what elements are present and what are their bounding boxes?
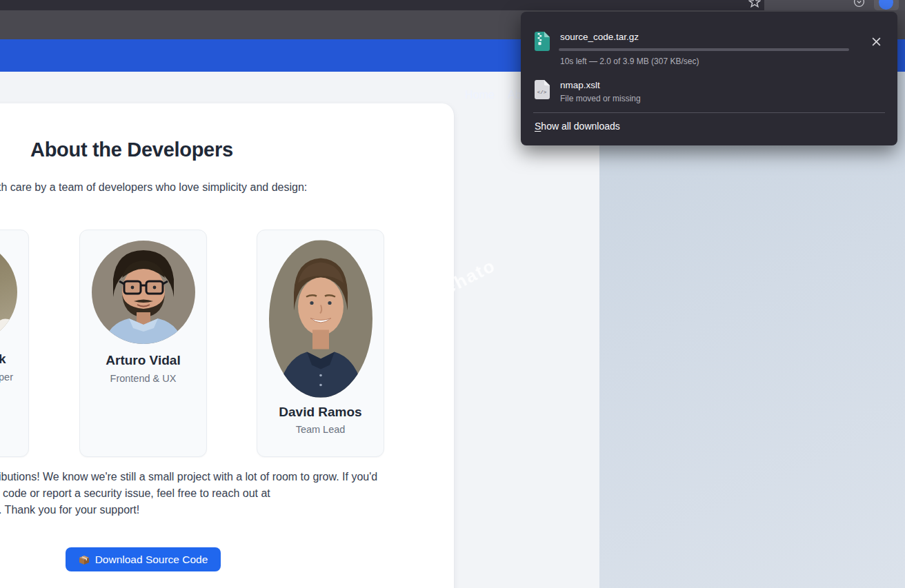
download-filename: nmap.xslt (560, 80, 600, 90)
outro-line: code or report a security issue, feel fr… (3, 487, 270, 500)
show-all-downloads-link[interactable]: Show all downloads (535, 121, 620, 132)
zip-file-icon (534, 32, 550, 51)
browser-top-strip (0, 0, 905, 10)
download-progress-bar (559, 48, 849, 51)
member-name: Arturo Vidal (80, 353, 206, 368)
intro-paragraph: th care by a team of developers who love… (0, 181, 307, 194)
team-member-card-partial (0, 230, 29, 457)
bookmark-star-icon[interactable] (748, 0, 761, 10)
page-title: About the Developers (30, 139, 233, 161)
member-role: Team Lead (257, 424, 384, 435)
avatar-photo (269, 240, 372, 398)
cancel-download-button[interactable] (866, 32, 886, 51)
outro-line: ibutions! We know we're still a small pr… (0, 471, 377, 483)
member-role-fragment: per (0, 372, 13, 383)
background-panel (599, 72, 905, 588)
download-status: 10s left — 2.0 of 3.9 MB (307 KB/sec) (560, 57, 699, 66)
outro-line: . Thank you for your support! (0, 504, 139, 516)
downloads-indicator-icon[interactable] (853, 0, 865, 10)
avatar-photo (0, 241, 17, 344)
show-all-rest: how all downloads (541, 121, 619, 132)
member-role: Frontend & UX (80, 373, 206, 384)
panel-divider (533, 112, 885, 113)
screen: About the Developers th care by a team o… (0, 0, 905, 588)
account-avatar-icon (879, 0, 893, 10)
downloads-panel: source_code.tar.gz 10s left — 2.0 of 3.9… (521, 12, 897, 145)
download-filename: source_code.tar.gz (560, 32, 639, 42)
account-button[interactable] (874, 0, 899, 10)
avatar-photo (92, 241, 195, 344)
download-item[interactable]: </> nmap.xslt File moved or missing (521, 80, 897, 113)
download-source-label: Download Source Code (95, 554, 208, 566)
package-icon (79, 554, 90, 565)
member-name: David Ramos (257, 405, 384, 420)
nav-link-about[interactable]: Ab (508, 89, 521, 101)
download-source-button[interactable]: Download Source Code (66, 547, 221, 571)
member-name-fragment: k (0, 352, 6, 367)
page-content: About the Developers th care by a team o… (0, 72, 905, 588)
download-item[interactable]: source_code.tar.gz 10s left — 2.0 of 3.9… (521, 32, 897, 69)
accesskey-letter: S (535, 121, 541, 132)
nav-link-home[interactable]: Home (465, 89, 495, 101)
download-status: File moved or missing (560, 94, 641, 103)
team-member-card: Arturo Vidal Frontend & UX (79, 230, 207, 457)
code-file-icon: </> (534, 80, 550, 99)
svg-text:</>: </> (537, 90, 547, 95)
team-member-card: David Ramos Team Lead (257, 230, 384, 457)
